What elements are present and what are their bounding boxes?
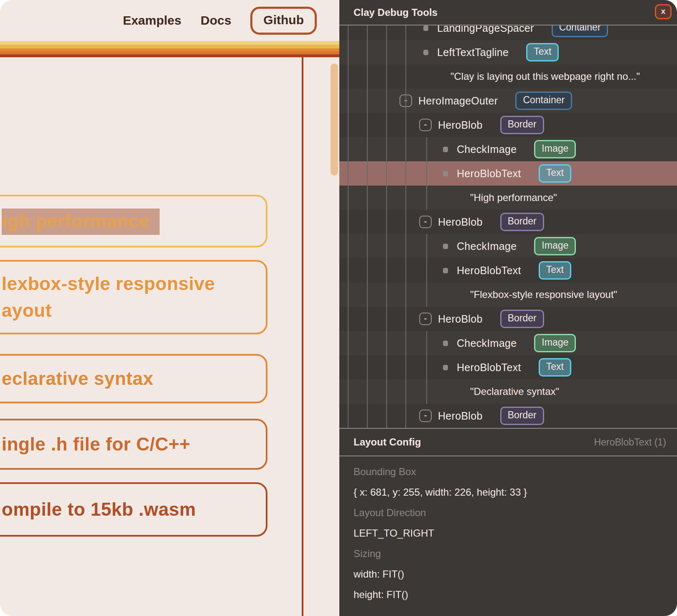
- clay-website: ExamplesDocs Github igh performancelexbo…: [0, 0, 339, 616]
- tree-node-row[interactable]: CheckImageImage: [339, 137, 677, 161]
- config-field-value: width: FIT(): [354, 564, 677, 584]
- element-type-badge: Border: [500, 213, 544, 231]
- config-field-label: Bounding Box: [354, 461, 677, 482]
- element-type-badge: Text: [539, 164, 571, 183]
- element-type-badge: Text: [526, 43, 559, 61]
- layout-config-title: Layout Config: [354, 436, 421, 448]
- feature-list: igh performancelexbox-style responsiveay…: [0, 195, 267, 537]
- accent-stripes: [0, 41, 339, 57]
- vertical-divider: [302, 57, 303, 616]
- config-field-value: height: FIT(): [354, 584, 677, 605]
- top-nav: ExamplesDocs Github: [0, 0, 339, 41]
- feature-box: igh performance: [0, 195, 267, 247]
- tree-node-label: HeroBlob: [438, 313, 483, 325]
- tree-text-content: "High performance": [470, 192, 557, 204]
- leaf-bullet-icon: [443, 147, 448, 152]
- config-field-label: Layout Direction: [354, 502, 677, 523]
- element-type-badge: Border: [500, 310, 544, 328]
- tree-text-content: "Declarative syntax": [470, 386, 559, 397]
- nav-link-docs[interactable]: Docs: [201, 13, 231, 28]
- scrollbar-thumb[interactable]: [331, 64, 338, 176]
- element-type-badge: Image: [534, 237, 576, 255]
- feature-text: eclarative syntax: [2, 365, 266, 392]
- debug-panel-header: Clay Debug Tools x: [339, 0, 677, 25]
- collapse-minus-icon[interactable]: -: [419, 410, 432, 422]
- collapse-minus-icon[interactable]: -: [419, 216, 432, 228]
- element-tree: LandingPageSpacerContainerLeftTextTaglin…: [339, 25, 677, 428]
- tree-node-label: CheckImage: [457, 337, 517, 349]
- tree-node-row[interactable]: -HeroImageOuterContainer: [339, 89, 677, 113]
- feature-box: ompile to 15kb .wasm: [0, 482, 267, 537]
- collapse-minus-icon[interactable]: -: [419, 313, 432, 325]
- tree-text-content: "Clay is laying out this webpage right n…: [450, 71, 640, 82]
- leaf-bullet-icon: [443, 341, 448, 346]
- layout-config-header: Layout Config HeroBlobText (1): [339, 428, 677, 456]
- feature-box: ingle .h file for C/C++: [0, 419, 267, 470]
- tree-node-row[interactable]: HeroBlobTextText: [339, 161, 677, 186]
- close-icon[interactable]: x: [655, 4, 672, 19]
- config-field-value: LEFT_TO_RIGHT: [354, 523, 677, 543]
- selected-element-label: HeroBlobText (1): [594, 437, 666, 448]
- tree-node-row[interactable]: LandingPageSpacerContainer: [339, 25, 677, 40]
- tree-node-label: HeroBlob: [438, 216, 483, 228]
- tree-node-row[interactable]: LeftTextTaglineText: [339, 40, 677, 64]
- leaf-bullet-icon: [423, 25, 428, 31]
- tree-node-label: HeroBlob: [438, 119, 483, 131]
- tree-node-label: HeroBlobText: [457, 168, 521, 180]
- feature-box: lexbox-style responsiveayout: [0, 260, 267, 334]
- tree-node-row[interactable]: -HeroBlobBorder: [339, 210, 677, 234]
- feature-text: ompile to 15kb .wasm: [2, 496, 266, 523]
- feature-text: ayout: [2, 297, 266, 324]
- collapse-minus-icon[interactable]: -: [400, 94, 412, 107]
- element-type-badge: Text: [539, 358, 571, 377]
- tree-text-row[interactable]: "Clay is laying out this webpage right n…: [339, 64, 677, 89]
- layout-config-body: Bounding Box{ x: 681, y: 255, width: 226…: [339, 456, 677, 616]
- tree-node-label: LandingPageSpacer: [437, 25, 534, 34]
- tree-text-row[interactable]: "Flexbox-style responsive layout": [339, 283, 677, 307]
- config-field-value: { x: 681, y: 255, width: 226, height: 33…: [354, 482, 677, 502]
- debug-panel-title: Clay Debug Tools: [354, 7, 438, 18]
- tree-node-label: LeftTextTagline: [437, 46, 509, 59]
- feature-box: eclarative syntax: [0, 354, 267, 403]
- tree-text-row[interactable]: "Declarative syntax": [339, 379, 677, 404]
- element-type-badge: Border: [500, 116, 544, 134]
- tree-node-label: HeroBlobText: [457, 361, 521, 374]
- tree-node-row[interactable]: CheckImageImage: [339, 331, 677, 355]
- element-type-badge: Text: [539, 261, 571, 280]
- tree-node-row[interactable]: CheckImageImage: [339, 234, 677, 258]
- tree-node-row[interactable]: HeroBlobTextText: [339, 355, 677, 379]
- element-type-badge: Container: [552, 25, 608, 37]
- leaf-bullet-icon: [443, 268, 448, 273]
- element-type-badge: Image: [534, 140, 576, 158]
- feature-text: lexbox-style responsive: [2, 270, 266, 297]
- element-type-badge: Image: [534, 334, 576, 352]
- tree-node-label: HeroBlob: [438, 410, 483, 422]
- tree-text-content: "Flexbox-style responsive layout": [470, 289, 617, 300]
- element-type-badge: Container: [515, 92, 572, 110]
- leaf-bullet-icon: [443, 244, 448, 249]
- tree-node-row[interactable]: -HeroBlobBorder: [339, 307, 677, 331]
- config-field-label: Sizing: [354, 543, 677, 564]
- app-window: ExamplesDocs Github igh performancelexbo…: [0, 0, 677, 616]
- tree-node-label: CheckImage: [457, 143, 517, 155]
- clay-debug-panel: Clay Debug Tools x LandingPageSpacerCont…: [339, 0, 677, 616]
- tree-node-label: HeroImageOuter: [418, 95, 498, 107]
- tree-node-label: CheckImage: [457, 240, 517, 252]
- nav-link-examples[interactable]: Examples: [123, 13, 181, 28]
- nav-links: ExamplesDocs: [123, 13, 231, 28]
- tree-rows: LandingPageSpacerContainerLeftTextTaglin…: [339, 25, 677, 428]
- tree-node-row[interactable]: -HeroBlobBorder: [339, 404, 677, 428]
- github-button[interactable]: Github: [250, 7, 317, 35]
- element-type-badge: Border: [500, 407, 544, 425]
- leaf-bullet-icon: [443, 171, 448, 176]
- tree-node-label: HeroBlobText: [457, 265, 521, 277]
- tree-text-row[interactable]: "High performance": [339, 186, 677, 210]
- feature-text: igh performance: [2, 208, 266, 234]
- collapse-minus-icon[interactable]: -: [419, 119, 432, 131]
- tree-node-row[interactable]: -HeroBlobBorder: [339, 113, 677, 137]
- leaf-bullet-icon: [423, 50, 428, 55]
- leaf-bullet-icon: [443, 365, 448, 370]
- feature-text: ingle .h file for C/C++: [2, 431, 266, 458]
- tree-node-row[interactable]: HeroBlobTextText: [339, 258, 677, 283]
